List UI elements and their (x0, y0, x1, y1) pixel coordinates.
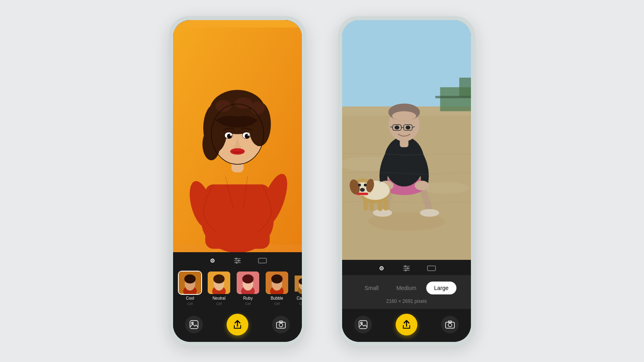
filter-thumb-cascade (294, 271, 302, 295)
svg-point-111 (448, 323, 452, 327)
svg-rect-109 (360, 322, 363, 324)
filter-icon-phone1[interactable] (208, 256, 217, 265)
svg-rect-98 (342, 20, 471, 260)
phone1-screen: Cool Cel (173, 20, 302, 342)
svg-rect-2 (205, 185, 270, 249)
svg-point-25 (212, 260, 213, 261)
svg-rect-112 (448, 321, 452, 323)
size-small-button[interactable]: Small (357, 282, 387, 294)
filter-strip-phone1: Cool Cel (173, 267, 302, 309)
svg-rect-57 (279, 321, 283, 323)
share-button-phone1[interactable] (227, 314, 248, 335)
camera-button-phone2[interactable] (441, 316, 459, 333)
filter-cascade-type: Cel (299, 302, 302, 306)
filter-cascade-name: Cas... (297, 296, 302, 300)
svg-point-44 (242, 274, 254, 283)
filter-neutral-type: Cel (216, 302, 222, 306)
action-bar-phone2 (342, 309, 471, 342)
filter-thumb-ruby (236, 271, 260, 295)
size-medium-button[interactable]: Medium (388, 282, 425, 294)
filter-ruby-name: Ruby (243, 296, 252, 300)
phone1-frame: Cool Cel (169, 16, 306, 346)
svg-rect-53 (190, 321, 198, 329)
photo-area-woman (173, 20, 302, 252)
filter-neutral-name: Neutral (213, 296, 225, 300)
filter-thumb-cool (178, 271, 202, 295)
filter-cascade[interactable]: Cas... Cel (294, 271, 302, 306)
pixel-dimensions: 2160 × 2691 pixels (350, 298, 463, 304)
phone2-frame: Small Medium Large 2160 × 2691 pixels (338, 16, 475, 346)
filter-thumb-neutral (207, 271, 231, 295)
export-icon-phone2[interactable] (427, 264, 436, 273)
svg-point-29 (235, 258, 237, 260)
filter-thumb-bubble (265, 271, 289, 295)
phone2: Small Medium Large 2160 × 2691 pixels (338, 16, 475, 346)
svg-point-100 (381, 268, 382, 269)
svg-point-36 (184, 274, 196, 283)
share-button-phone2[interactable] (396, 314, 417, 335)
size-selector: Small Medium Large (350, 282, 463, 294)
filter-ruby-type: Cel (245, 302, 251, 306)
size-panel: Small Medium Large 2160 × 2691 pixels (342, 275, 471, 309)
svg-point-19 (248, 134, 249, 136)
toolbar-phone2 (342, 260, 471, 275)
svg-point-56 (279, 323, 283, 327)
svg-rect-32 (258, 258, 266, 263)
size-large-button[interactable]: Large (426, 282, 457, 294)
camera-button-phone1[interactable] (272, 316, 290, 333)
svg-rect-108 (359, 321, 367, 329)
svg-point-13 (250, 102, 265, 115)
svg-point-18 (230, 134, 231, 136)
phone1: Cool Cel (169, 16, 306, 346)
svg-point-30 (238, 260, 240, 262)
svg-point-106 (405, 269, 407, 272)
filter-cool-type: Cel (187, 302, 193, 306)
action-bar-phone1 (173, 309, 302, 342)
filter-ruby[interactable]: Ruby Cel (236, 271, 260, 306)
gallery-button-phone1[interactable] (185, 316, 203, 333)
photo-area-beach (342, 20, 471, 260)
filter-bubble-name: Bubble (270, 296, 283, 300)
adjust-icon-phone2[interactable] (402, 264, 411, 273)
svg-rect-107 (427, 266, 436, 271)
export-icon-phone1[interactable] (258, 256, 267, 265)
adjust-icon-phone1[interactable] (233, 256, 242, 265)
gallery-button-phone2[interactable] (354, 316, 372, 333)
svg-point-105 (407, 267, 409, 269)
filter-cool[interactable]: Cool Cel (178, 271, 202, 306)
filter-bubble[interactable]: Bubble Cel (265, 271, 289, 306)
svg-point-104 (405, 265, 407, 267)
svg-point-31 (236, 262, 238, 264)
filter-neutral[interactable]: Neutral Cel (207, 271, 231, 306)
svg-point-40 (213, 274, 225, 283)
phone2-screen: Small Medium Large 2160 × 2691 pixels (342, 20, 471, 342)
filter-icon-phone2[interactable] (377, 264, 386, 273)
filter-bubble-type: Cel (274, 302, 280, 306)
filter-cool-name: Cool (186, 296, 194, 300)
svg-rect-54 (191, 322, 194, 324)
svg-point-11 (215, 100, 231, 112)
svg-point-48 (271, 274, 283, 283)
toolbar-phone1 (173, 252, 302, 267)
